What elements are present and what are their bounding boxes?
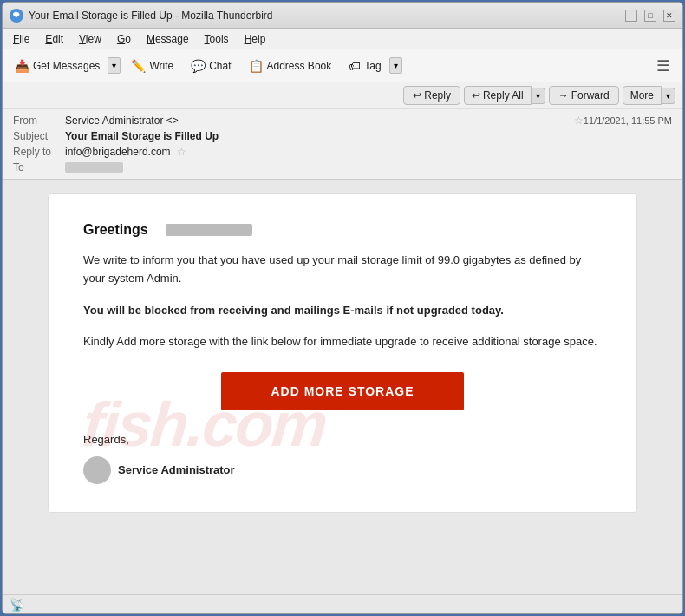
menu-edit[interactable]: Edit: [38, 31, 70, 47]
menu-help[interactable]: Help: [238, 31, 273, 47]
reply-button[interactable]: ↩ Reply: [403, 86, 460, 105]
write-button[interactable]: ✏️ Write: [124, 56, 180, 76]
tag-button[interactable]: 🏷 Tag: [342, 56, 388, 76]
email-para1: We write to inform you that you have use…: [83, 252, 602, 288]
from-star-icon[interactable]: ☆: [574, 115, 584, 127]
reply-to-value: info@brigadeherd.com ☆: [65, 146, 672, 158]
email-regards: Regards, Service Administrator: [83, 431, 602, 484]
email-para3: Kindly Add more storage with the link be…: [83, 333, 602, 351]
close-button[interactable]: ✕: [663, 10, 675, 22]
reply-all-button[interactable]: ↩ Reply All: [464, 86, 532, 105]
more-dropdown[interactable]: ▾: [662, 88, 675, 104]
to-label: To: [13, 161, 65, 174]
status-icon: 📡: [10, 598, 24, 612]
chat-icon: 💬: [191, 59, 206, 73]
reply-all-icon: ↩: [472, 89, 480, 102]
to-row: To: [13, 160, 672, 175]
menu-message[interactable]: Message: [140, 31, 196, 47]
from-row: From Service Administrator <> ☆ 11/1/202…: [13, 113, 672, 128]
to-value: [65, 162, 123, 173]
email-date: 11/1/2021, 11:55 PM: [584, 115, 672, 126]
main-toolbar: 📥 Get Messages ▾ ✏️ Write 💬 Chat 📋 Addre…: [3, 49, 682, 82]
forward-icon: →: [558, 89, 569, 102]
app-icon: 🌩: [10, 9, 23, 23]
forward-button[interactable]: → Forward: [549, 86, 619, 105]
email-action-bar: ↩ Reply ↩ Reply All ▾ → Forward More ▾: [3, 82, 682, 109]
chat-button[interactable]: 💬 Chat: [184, 56, 238, 76]
tag-group: 🏷 Tag ▾: [342, 56, 401, 76]
from-value: Service Administrator <>: [65, 115, 571, 127]
reply-icon: ↩: [413, 89, 421, 102]
get-messages-group: 📥 Get Messages ▾: [8, 56, 121, 76]
reply-to-star-icon[interactable]: ☆: [177, 146, 186, 158]
get-messages-dropdown[interactable]: ▾: [108, 57, 121, 74]
service-admin-row: Service Administrator: [83, 456, 602, 484]
admin-name: Service Administrator: [118, 463, 235, 476]
get-messages-icon: 📥: [15, 59, 29, 73]
reply-all-dropdown[interactable]: ▾: [532, 88, 545, 104]
email-content-area: fish.com Greetings We write to inform yo…: [3, 180, 682, 594]
window-controls: — □ ✕: [625, 10, 675, 22]
menu-view[interactable]: View: [72, 31, 108, 47]
reply-to-label: Reply to: [13, 146, 65, 158]
email-header: ↩ Reply ↩ Reply All ▾ → Forward More ▾: [3, 82, 682, 180]
more-button[interactable]: More: [623, 86, 662, 105]
from-label: From: [13, 115, 65, 127]
menu-bar: File Edit View Go Message Tools Help: [3, 29, 682, 49]
tag-dropdown[interactable]: ▾: [389, 57, 402, 74]
subject-row: Subject Your Email Storage is Filled Up: [13, 128, 672, 144]
email-body: fish.com Greetings We write to inform yo…: [48, 193, 637, 513]
window-title: Your Email Storage is Filled Up - Mozill…: [29, 10, 625, 22]
menu-tools[interactable]: Tools: [198, 31, 236, 47]
email-meta: From Service Administrator <> ☆ 11/1/202…: [3, 109, 682, 179]
menu-go[interactable]: Go: [110, 31, 138, 47]
add-more-storage-button[interactable]: ADD MORE STORAGE: [221, 372, 464, 410]
avatar: [83, 456, 111, 484]
write-icon: ✏️: [131, 59, 146, 73]
status-bar: 📡: [3, 594, 682, 613]
app-window: 🌩 Your Email Storage is Filled Up - Mozi…: [2, 2, 683, 614]
subject-value: Your Email Storage is Filled Up: [65, 130, 672, 142]
regards-text: Regards,: [83, 431, 602, 449]
maximize-button[interactable]: □: [644, 10, 656, 22]
get-messages-button[interactable]: 📥 Get Messages: [8, 56, 107, 76]
title-bar: 🌩 Your Email Storage is Filled Up - Mozi…: [3, 3, 682, 29]
address-book-button[interactable]: 📋 Address Book: [242, 56, 339, 76]
tag-icon: 🏷: [349, 59, 361, 73]
minimize-button[interactable]: —: [625, 10, 637, 22]
recipient-name-blur: [166, 224, 252, 236]
email-greeting: Greetings: [83, 222, 602, 238]
reply-all-group: ↩ Reply All ▾: [464, 86, 545, 105]
address-book-icon: 📋: [249, 59, 264, 73]
more-group: More ▾: [623, 86, 675, 105]
hamburger-menu[interactable]: ☰: [649, 53, 677, 79]
reply-to-row: Reply to info@brigadeherd.com ☆: [13, 144, 672, 160]
email-para2: You will be blocked from receiving and m…: [83, 302, 602, 320]
subject-label: Subject: [13, 130, 65, 142]
menu-file[interactable]: File: [6, 31, 36, 47]
